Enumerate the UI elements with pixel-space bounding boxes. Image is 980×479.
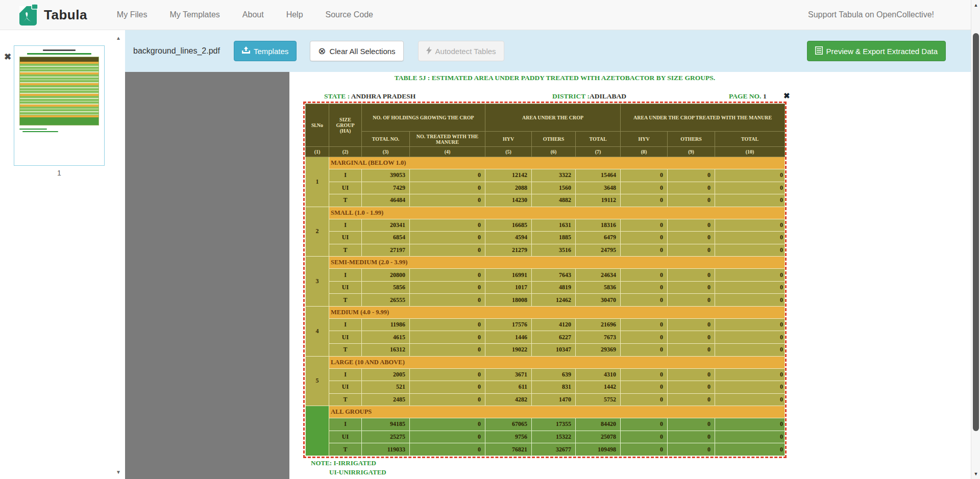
table-row: I39053012142332215464000: [306, 169, 785, 182]
col-subheader-0-0: TOTAL NO.: [362, 132, 410, 147]
value-cell: 5836: [576, 281, 621, 294]
value-cell: 0: [621, 182, 668, 194]
row-label-cell: I: [329, 318, 362, 331]
value-cell: 0: [410, 294, 485, 307]
row-label-cell: UI: [329, 281, 362, 294]
clear-all-selections-button[interactable]: ⊗ Clear All Selections: [310, 41, 403, 61]
window-scrollbar[interactable]: ▲ ▼: [971, 0, 980, 479]
value-cell: 0: [715, 343, 785, 356]
value-cell: 20800: [362, 269, 410, 282]
slno-cell: 4: [306, 306, 329, 356]
nav-about[interactable]: About: [242, 10, 264, 19]
document-title: TABLE 5J : ESTIMATED AREA UNDER PADDY TR…: [340, 74, 769, 82]
value-cell: 2485: [362, 393, 410, 406]
pdf-page[interactable]: TABLE 5J : ESTIMATED AREA UNDER PADDY TR…: [289, 72, 971, 479]
value-cell: 21279: [485, 244, 532, 257]
brand[interactable]: Tabula: [19, 4, 87, 26]
export-button-label: Preview & Export Extracted Data: [826, 47, 938, 56]
table-row: T163120190221034729369000: [306, 343, 785, 356]
value-cell: 0: [715, 232, 785, 244]
value-cell: 25078: [576, 431, 621, 443]
value-cell: 18008: [485, 294, 532, 307]
pdf-table-head: Sl.NoSIZE GROUP (HA)NO. OF HOLDINGS GROW…: [306, 104, 785, 157]
value-cell: 0: [715, 244, 785, 257]
pdf-table-area[interactable]: Sl.NoSIZE GROUP (HA)NO. OF HOLDINGS GROW…: [305, 104, 785, 456]
value-cell: 0: [715, 443, 785, 456]
value-cell: 19022: [485, 343, 532, 356]
size-group-band: SEMI-MEDIUM (2.0 - 3.99): [329, 257, 785, 269]
value-cell: 46484: [362, 194, 410, 207]
col-number: (7): [576, 147, 621, 157]
tabula-app: ▲ ▼ Tabula My Files My Templates About H…: [0, 0, 980, 479]
value-cell: 16312: [362, 343, 410, 356]
preview-export-button[interactable]: Preview & Export Extracted Data: [807, 41, 946, 61]
close-page-icon[interactable]: ✖: [783, 91, 790, 100]
viewer-background: [125, 72, 289, 479]
value-cell: 5752: [576, 393, 621, 406]
value-cell: 0: [715, 393, 785, 406]
row-label-cell: I: [329, 368, 362, 381]
slno-cell: 5: [306, 356, 329, 406]
value-cell: 639: [532, 368, 576, 381]
value-cell: 15464: [576, 169, 621, 182]
scrollbar-down-icon[interactable]: ▼: [971, 469, 980, 479]
value-cell: 0: [668, 194, 715, 207]
table-row: UI74290208815603648000: [306, 182, 785, 194]
col-number: (10): [715, 147, 785, 157]
value-cell: 7673: [576, 331, 621, 344]
templates-button[interactable]: Templates: [234, 41, 297, 61]
value-cell: 0: [715, 169, 785, 182]
value-cell: 17576: [485, 318, 532, 331]
row-label-cell: T: [329, 194, 362, 207]
support-link[interactable]: Support Tabula on OpenCollective!: [808, 10, 934, 19]
nav-my-templates[interactable]: My Templates: [169, 10, 219, 19]
scrollbar-up-icon[interactable]: ▲: [971, 0, 980, 10]
value-cell: 3648: [576, 182, 621, 194]
value-cell: 0: [621, 281, 668, 294]
value-cell: 0: [668, 269, 715, 282]
col-subheader-0-1: NO. TREATED WITH THE MANURE: [410, 132, 485, 147]
filename-label: background_lines_2.pdf: [133, 46, 220, 56]
value-cell: 0: [668, 431, 715, 443]
value-cell: 0: [621, 194, 668, 207]
nav-source-code[interactable]: Source Code: [326, 10, 373, 19]
col-header-group-0: NO. OF HOLDINGS GROWING THE CROP: [362, 104, 485, 132]
remove-page-icon[interactable]: ✖: [4, 52, 11, 62]
row-label-cell: I: [329, 269, 362, 282]
row-label-cell: T: [329, 294, 362, 307]
thumb-subtitle-line: [27, 53, 91, 55]
value-cell: 0: [410, 232, 485, 244]
value-cell: 7429: [362, 182, 410, 194]
value-cell: 29369: [576, 343, 621, 356]
sidebar-scroll-up-icon[interactable]: ▲: [116, 35, 121, 41]
nav-help[interactable]: Help: [286, 10, 303, 19]
value-cell: 39053: [362, 169, 410, 182]
value-cell: 0: [668, 281, 715, 294]
row-label-cell: T: [329, 393, 362, 406]
table-row: T46484014230488219112000: [306, 194, 785, 207]
value-cell: 3671: [485, 368, 532, 381]
table-row: T27197021279351624795000: [306, 244, 785, 257]
page-thumbnail[interactable]: [14, 45, 105, 166]
value-cell: 20341: [362, 219, 410, 232]
value-cell: 6479: [576, 232, 621, 244]
value-cell: 0: [410, 343, 485, 356]
col-subheader-2-1: OTHERS: [668, 132, 715, 147]
nav-my-files[interactable]: My Files: [117, 10, 148, 19]
value-cell: 12462: [532, 294, 576, 307]
autodetect-tables-button[interactable]: Autodetect Tables: [418, 41, 504, 61]
row-label-cell: I: [329, 169, 362, 182]
brand-name: Tabula: [44, 7, 87, 23]
pdf-viewer: TABLE 5J : ESTIMATED AREA UNDER PADDY TR…: [125, 72, 971, 479]
value-cell: 0: [715, 219, 785, 232]
col-number: (6): [532, 147, 576, 157]
col-number: (1): [306, 147, 329, 157]
value-cell: 24795: [576, 244, 621, 257]
sidebar-scroll-down-icon[interactable]: ▼: [116, 469, 121, 475]
pdf-table-body: 1MARGINAL (BELOW 1.0)I390530121423322154…: [306, 157, 785, 456]
thumbnail-table-preview: [19, 57, 99, 125]
value-cell: 0: [621, 294, 668, 307]
scrollbar-thumb[interactable]: [973, 33, 979, 431]
value-cell: 0: [621, 244, 668, 257]
value-cell: 76821: [485, 443, 532, 456]
